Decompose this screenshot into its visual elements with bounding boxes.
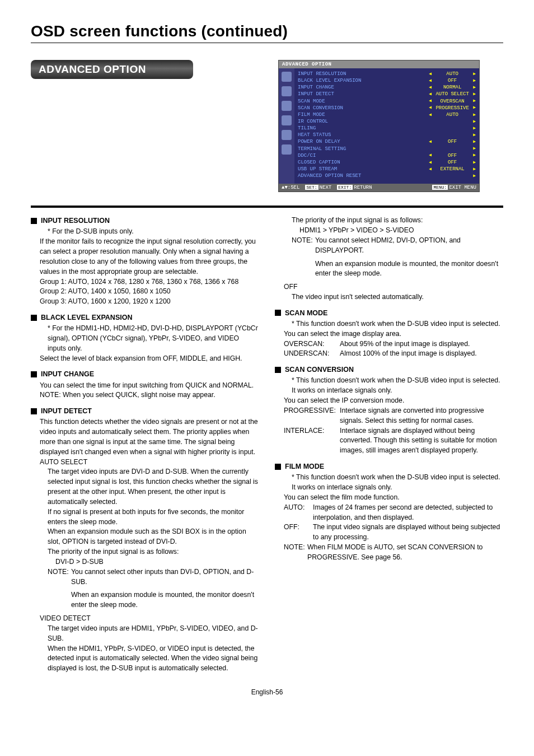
heading: SCAN MODE [285,308,327,318]
osd-bottom-bar: ▲▼:SEL SET:NEXT EXIT:RETURN MENU:EXIT ME… [279,184,479,192]
osd-menu-item: BLACK LEVEL EXPANSION◀OFF▶ [298,77,476,84]
kv-row: OVERSCAN:About 95% of the input image is… [275,339,503,349]
osd-header: ADVANCED OPTION [279,60,479,68]
sub-heading: OFF [275,282,503,292]
note-line: NOTE: When you select QUICK, slight nois… [31,390,259,400]
priority-line: DVI-D > D-SUB [31,557,259,567]
body-text: The priority of the input signal is as f… [31,547,259,557]
kv-row: OFF:The input video signals are displaye… [275,522,503,543]
body-text: If the monitor fails to recognize the in… [31,237,259,277]
sect-scan-mode: SCAN MODE * This function doesn't work w… [275,308,503,359]
sect-input-change: INPUT CHANGE You can select the time for… [31,369,259,400]
osd-menu-item: FILM MODE◀AUTO▶ [298,111,476,118]
body-text: The target video inputs are HDMI1, YPbPr… [31,624,259,644]
sub-heading: AUTO SELECT [31,458,259,468]
body-text: When an expansion module such as the SDI… [31,527,259,547]
bullet-icon [31,315,37,321]
body-text: You can select the time for input switch… [31,381,259,391]
heading: INPUT RESOLUTION [41,216,110,226]
body-text: You can select the IP conversion mode. [275,396,503,406]
body-text: The target video inputs are DVI-D and D-… [31,467,259,507]
page-title: OSD screen functions (continued) [31,22,503,40]
bullet-icon [275,367,281,373]
note: * This function doesn't work when the D-… [275,319,503,329]
priority-line: HDMI1 > YPbPr > VIDEO > S-VIDEO [275,226,503,236]
body-text: Select the level of black expansion from… [31,354,259,364]
note: * For the HDMI1-HD, HDMI2-HD, DVI-D-HD, … [31,324,259,353]
top-row: ADVANCED OPTION ADVANCED OPTION INPUT RE… [31,60,503,192]
osd-menu-list: INPUT RESOLUTION◀AUTO▶BLACK LEVEL EXPANS… [294,68,479,184]
body-text: This function detects whether the video … [31,417,259,457]
note: It works on interlace signals only. [275,386,503,396]
kv-row: PROGRESSIVE:Interlace signals are conver… [275,406,503,426]
kv-row: UNDERSCAN:Almost 100% of the input image… [275,349,503,359]
right-column: The priority of the input signal is as f… [275,216,503,679]
heading: INPUT CHANGE [41,369,94,379]
body-text: You can select the image display area. [275,329,503,339]
body-text: When the HDMI1, YPbPr, S-VIDEO, or VIDEO… [31,644,259,674]
note: * This function doesn't work when the D-… [275,376,503,386]
osd-menu-item: CLOSED CAPTION◀OFF▶ [298,159,476,166]
sub-heading: VIDEO DETECT [31,614,259,624]
osd-menu-item: IR CONTROL▶ [298,118,476,125]
bullet-icon [275,310,281,316]
note-line: NOTE:You cannot select HDMI2, DVI-D, OPT… [275,236,503,256]
note-line: NOTE:When FILM MODE is AUTO, set SCAN CO… [275,543,503,563]
sect-scan-conversion: SCAN CONVERSION * This function doesn't … [275,365,503,456]
bullet-icon [31,371,37,377]
bullet-icon [275,464,281,470]
note: * This function doesn't work when the D-… [275,473,503,483]
body-rule [31,206,503,208]
title-rule [31,43,503,43]
heading: FILM MODE [285,461,324,472]
sect-input-detect: INPUT DETECT This function detects wheth… [31,406,259,674]
osd-menu-item: ADVANCED OPTION RESET▶ [298,172,476,179]
osd-menu-item: SCAN CONVERSION◀PROGRESSIVE▶ [298,105,476,111]
sect-black-level: BLACK LEVEL EXPANSION * For the HDMI1-HD… [31,312,259,363]
bullet-icon [31,408,37,414]
heading: BLACK LEVEL EXPANSION [41,312,132,323]
osd-menu-item: HEAT STATUS▶ [298,132,476,138]
note-line: When an expansion module is mounted, the… [275,259,503,279]
osd-menu-item: INPUT RESOLUTION◀AUTO▶ [298,71,476,77]
body-text: The priority of the input signal is as f… [275,216,503,226]
note-line: NOTE:NOTE: You cannot select other input… [31,567,259,587]
note-line: When an expansion module is mounted, the… [31,590,259,610]
section-pill: ADVANCED OPTION [31,60,193,79]
body-text: If no signal is present at both inputs f… [31,507,259,528]
heading: INPUT DETECT [41,406,92,416]
osd-tab-icons [279,68,294,184]
osd-menu-item: TERMINAL SETTING▶ [298,146,476,152]
note: It works on interlace signals only. [275,483,503,493]
osd-menu-item: INPUT CHANGE◀NORMAL▶ [298,84,476,91]
kv-row: AUTO:Images of 24 frames per second are … [275,503,503,523]
osd-menu-item: TILING▶ [298,125,476,132]
kv-row: INTERLACE:Interlace signals are displaye… [275,426,503,456]
group-line: Group 1: AUTO, 1024 x 768, 1280 x 768, 1… [31,277,259,287]
group-line: Group 3: AUTO, 1600 x 1200, 1920 x 1200 [31,297,259,307]
osd-menu-item: POWER ON DELAY◀OFF▶ [298,138,476,145]
osd-menu-item: INPUT DETECT◀AUTO SELECT▶ [298,91,476,97]
osd-menu-item: DDC/CI◀OFF▶ [298,152,476,159]
body-text: You can select the film mode function. [275,493,503,503]
osd-menu-item: SCAN MODE◀OVERSCAN▶ [298,98,476,105]
osd-screenshot: ADVANCED OPTION INPUT RESOLUTION◀AUTO▶BL… [278,60,503,192]
osd-menu-item: USB UP STREAM◀EXTERNAL▶ [298,166,476,172]
page-footer: English-56 [31,688,503,696]
heading: SCAN CONVERSION [285,365,354,375]
sect-input-resolution: INPUT RESOLUTION * For the D-SUB inputs … [31,216,259,307]
note: * For the D-SUB inputs only. [31,227,259,237]
bullet-icon [31,218,37,224]
left-column: INPUT RESOLUTION * For the D-SUB inputs … [31,216,259,679]
sect-video-cont: The priority of the input signal is as f… [275,216,503,302]
sect-film-mode: FILM MODE * This function doesn't work w… [275,461,503,563]
body-text: The video input isn't selected automatic… [275,292,503,302]
group-line: Group 2: AUTO, 1400 x 1050, 1680 x 1050 [31,287,259,297]
